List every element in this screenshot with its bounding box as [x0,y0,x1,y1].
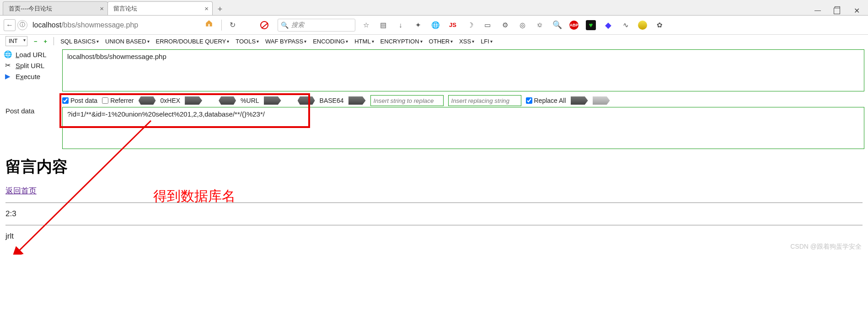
divider [54,37,54,45]
hackbar-options-row: Post data Referrer 0xHEX %URL BASE64 Rep… [0,94,868,107]
noscript-icon[interactable] [260,21,268,29]
hackbar-region: 🌐 Load URL ✂ Split URL ▶ Execute localho… [0,48,868,149]
execute-button[interactable]: ▶ Execute [4,72,59,80]
menu-error-double[interactable]: ERROR/DOUBLE QUERY▾ [156,38,230,45]
extension-icon-1[interactable]: ✦ [413,20,423,30]
postdata-label: Post data [4,107,59,115]
load-icon: 🌐 [4,50,12,59]
arrow-icon[interactable] [264,96,281,105]
divider [5,225,863,225]
arrow-icon[interactable] [298,96,315,105]
urlenc-label: %URL [241,97,259,104]
minimize-button[interactable]: — [814,6,821,15]
url-path: /bbs/showmessage.php [61,21,138,29]
globe-icon[interactable]: 🌐 [430,20,440,30]
menu-other[interactable]: OTHER▾ [429,38,453,45]
menu-tools[interactable]: TOOLS▾ [236,38,259,45]
remove-icon[interactable]: − [34,38,38,45]
load-url-button[interactable]: 🌐 Load URL [4,50,59,59]
svg-rect-0 [209,24,210,26]
new-tab-button[interactable]: + [214,3,226,15]
execute-icon: ▶ [4,72,12,80]
address-bar[interactable]: localhost/bbs/showmessage.php [29,19,203,32]
arrow-icon[interactable] [593,96,610,105]
extension-icon-2[interactable]: ☽ [465,20,475,30]
replace-input[interactable] [448,95,521,106]
datatype-select-wrap: INT [5,36,27,46]
settings-icon[interactable]: ⛭ [535,20,545,30]
bookmark-star-icon[interactable]: ☆ [361,20,371,30]
window-controls: — ✕ [814,6,868,15]
menu-union-based[interactable]: UNION BASED▾ [105,38,150,45]
hex-label: 0xHEX [161,97,181,104]
browser-tabbar: 首页----今日论坛 × 留言论坛 × + — ✕ [0,0,868,16]
globe-yellow-icon[interactable] [638,21,647,30]
split-icon: ✂ [4,61,12,69]
close-window-button[interactable]: ✕ [854,6,860,15]
replaceall-checkbox[interactable]: Replace All [526,97,566,104]
hackbar-menubar: INT − + SQL BASICS▾ UNION BASED▾ ERROR/D… [0,35,868,48]
divider [5,202,863,203]
extension-toolbar: ☆ ▤ ↓ ✦ 🌐 JS ☽ ▭ ⚙ ◎ ⛭ 🔍 ABP ♥ ◆ ∿ ✿ [361,20,864,30]
hackbar-actions: 🌐 Load URL ✂ Split URL ▶ Execute [4,49,59,91]
result-row-1: 2:3 [5,209,863,218]
hackbar-url-input[interactable]: localhost/bbs/showmessage.php [62,49,864,91]
referrer-checkbox[interactable]: Referrer [102,97,134,104]
extension-icon-3[interactable]: ▭ [482,20,493,30]
datatype-select[interactable]: INT [5,36,27,46]
page-content: 留言内容 返回首页 2:3 jrlt [0,149,868,255]
reload-button[interactable]: ↻ [226,19,238,31]
tab-active[interactable]: 留言论坛 × [107,1,213,15]
arrow-icon[interactable] [571,96,588,105]
arrow-icon[interactable] [185,96,202,105]
shield-icon[interactable]: ♥ [586,20,596,30]
search-icon: 🔍 [281,21,289,29]
menu-encoding[interactable]: ENCODING▾ [313,38,348,45]
menu-waf-bypass[interactable]: WAF BYPASS▾ [265,38,306,45]
result-row-2: jrlt [5,232,863,241]
downloads-icon[interactable]: ↓ [396,20,406,30]
arrow-icon[interactable] [139,96,156,105]
menu-lfi[interactable]: LFI▾ [481,38,493,45]
menu-encryption[interactable]: ENCRYPTION▾ [380,38,423,45]
browser-navbar: ← ⓘ localhost/bbs/showmessage.php ↻ 🔍 搜索… [0,16,868,35]
find-input[interactable] [370,95,444,106]
restore-button[interactable] [835,6,840,12]
tab-title: 留言论坛 [113,5,137,13]
menu-html[interactable]: HTML▾ [354,38,374,45]
add-icon[interactable]: + [44,38,48,45]
tab-inactive[interactable]: 首页----今日论坛 × [3,1,108,15]
postdata-row: Post data ?id=1/**&id=-1%20union%20selec… [0,107,868,149]
postdata-input[interactable]: ?id=1/**&id=-1%20union%20select%201,2,3,… [62,107,864,149]
postdata-checkbox[interactable]: Post data [62,97,97,104]
extension-icon-5[interactable]: ◎ [517,20,527,30]
hackbar-right: localhost/bbs/showmessage.php [62,49,864,91]
close-icon[interactable]: × [100,5,104,12]
arrow-icon[interactable] [348,96,366,105]
annotation-text: 得到数据库名 [153,187,236,206]
cog-icon[interactable]: ✿ [654,20,664,30]
hackbar-body: 🌐 Load URL ✂ Split URL ▶ Execute localho… [0,48,868,94]
abp-icon[interactable]: ABP [569,21,579,30]
back-home-link[interactable]: 返回首页 [5,186,37,195]
base64-label: BASE64 [320,97,344,104]
site-info-icon[interactable]: ⓘ [17,20,27,30]
watermark: CSDN @跟着狗蛋学安全 [790,243,862,251]
menu-sql-basics[interactable]: SQL BASICS▾ [60,38,99,45]
magnifier-icon[interactable]: 🔍 [552,20,562,30]
diamond-icon[interactable]: ◆ [603,20,613,30]
js-icon[interactable]: JS [448,20,458,30]
arrow-icon[interactable] [219,96,236,105]
page-heading: 留言内容 [5,156,863,177]
back-button[interactable]: ← [4,19,16,31]
reading-list-icon[interactable]: ▤ [378,20,388,30]
search-box[interactable]: 🔍 搜索 [278,19,355,32]
wave-icon[interactable]: ∿ [621,20,631,30]
close-icon[interactable]: × [204,5,209,12]
home-icon[interactable] [205,19,217,31]
tab-title: 首页----今日论坛 [9,5,52,13]
divider [221,20,222,31]
split-url-button[interactable]: ✂ Split URL [4,61,59,69]
menu-xss[interactable]: XSS▾ [459,38,474,45]
extension-icon-4[interactable]: ⚙ [500,20,510,30]
